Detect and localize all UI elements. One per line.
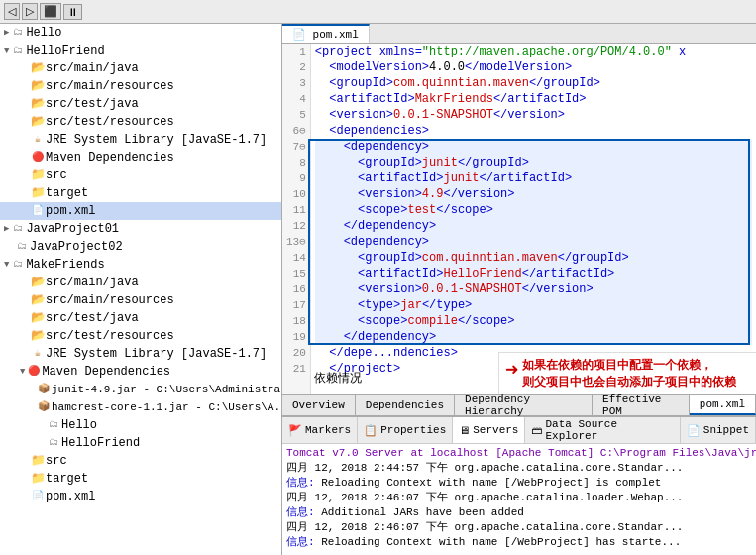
tree-label: hamcrest-core-1.1.jar - C:\Users\A...: [52, 399, 282, 415]
tree-label: src/main/resources: [46, 292, 174, 308]
file-tab-pomxml[interactable]: 📄 pom.xml: [282, 24, 370, 43]
src-folder-icon: 📂: [30, 328, 46, 344]
project-icon: 🗂: [10, 43, 26, 58]
code-line-7: <dependency>: [315, 139, 752, 155]
tree-label: pom.xml: [46, 489, 95, 504]
code-line-17: <type>jar</type>: [315, 297, 752, 313]
tree-item-mf-src-test-res[interactable]: 📂 src/test/resources: [0, 327, 281, 345]
tab-pom-xml[interactable]: pom.xml: [690, 395, 756, 415]
editor-tabs: Overview Dependencies Dependency Hierarc…: [282, 394, 756, 416]
console-content[interactable]: Tomcat v7.0 Server at localhost [Apache …: [282, 444, 756, 555]
arrow-down-icon: ▼: [4, 43, 9, 58]
tree-label: src: [46, 167, 67, 183]
tree-item-hellofriend[interactable]: ▼ 🗂 HelloFriend: [0, 42, 281, 59]
xml-icon: 📄: [30, 489, 46, 504]
tree-label: src/test/resources: [46, 114, 174, 130]
tree-item-hf-jre[interactable]: ☕ JRE System Library [JavaSE-1.7]: [0, 131, 281, 149]
markers-label: Markers: [305, 424, 351, 436]
tree-item-mf-src-main-res[interactable]: 📂 src/main/resources: [0, 291, 281, 309]
tree-item-hf-src[interactable]: 📁 src: [0, 166, 281, 184]
tree-item-mf-hello-ref[interactable]: 🗂 Hello: [0, 416, 281, 434]
maven-icon: 🔴: [30, 150, 46, 166]
annotation-arrow: ➜: [505, 361, 518, 383]
markers-icon: 🚩: [288, 424, 302, 437]
tree-label: src/test/java: [46, 310, 139, 326]
toolbar-btn-4[interactable]: ⏸: [63, 4, 82, 20]
tree-label: Hello: [26, 25, 61, 41]
tree-item-mf-src[interactable]: 📁 src: [0, 452, 281, 470]
tree-item-mf-jre[interactable]: ☕ JRE System Library [JavaSE-1.7]: [0, 345, 281, 363]
code-line-14: <groupId>com.quinntian.maven</groupId>: [315, 250, 752, 266]
tree-item-hf-src-test-res[interactable]: 📂 src/test/resources: [0, 113, 281, 131]
code-line-6: <dependencies>: [315, 123, 752, 139]
right-panel: 📄 pom.xml 1 2 3 4 5 6⊖ 7⊖ 8 9 10 11 12 1…: [282, 24, 756, 555]
tab-overview[interactable]: Overview: [282, 395, 356, 415]
jre-icon: ☕: [30, 132, 46, 148]
tree-label: src/test/java: [46, 96, 139, 112]
tree-item-hf-src-main-res[interactable]: 📂 src/main/resources: [0, 77, 281, 95]
snippets-label: Snippet: [703, 424, 749, 436]
code-content[interactable]: <project xmlns="http://maven.apache.org/…: [311, 44, 756, 394]
main-layout: ▶ 🗂 Hello ▼ 🗂 HelloFriend 📂 src/main/jav…: [0, 24, 756, 555]
tree-item-hf-src-main-java[interactable]: 📂 src/main/java: [0, 59, 281, 77]
tab-properties[interactable]: 📋 Properties: [358, 417, 453, 443]
datasource-icon: 🗃: [531, 424, 542, 437]
tree-item-makefriends[interactable]: ▼ 🗂 MakeFriends: [0, 256, 281, 274]
tree-label: JRE System Library [JavaSE-1.7]: [46, 132, 267, 148]
tab-datasource[interactable]: 🗃 Data Source Explorer: [525, 417, 680, 443]
tree-item-hf-maven[interactable]: 🔴 Maven Dependencies: [0, 149, 281, 166]
code-line-3: <groupId>com.quinntian.maven</groupId>: [315, 75, 752, 91]
tree-item-hello[interactable]: ▶ 🗂 Hello: [0, 24, 281, 42]
tab-servers[interactable]: 🖥 Servers: [453, 417, 525, 443]
server-line: Tomcat v7.0 Server at localhost [Apache …: [286, 446, 752, 461]
toolbar-btn-3[interactable]: ⬛: [40, 3, 61, 20]
tree-label: Maven Dependencies: [46, 150, 174, 166]
dep-label: 依赖情况: [314, 370, 362, 387]
project-icon: 🗂: [10, 257, 26, 273]
annotation-text2: 则父项目中也会自动添加子项目中的依赖: [522, 374, 736, 390]
tree-item-mf-target[interactable]: 📁 target: [0, 470, 281, 488]
console-line-5: 四月 12, 2018 2:46:07 下午 org.apache.catali…: [286, 520, 752, 535]
tree-item-mf-junit[interactable]: 📦 junit-4.9.jar - C:\Users\Administrat..…: [0, 381, 281, 398]
tab-dependencies[interactable]: Dependencies: [356, 395, 455, 415]
code-editor[interactable]: 1 2 3 4 5 6⊖ 7⊖ 8 9 10 11 12 13⊖ 14 15 1…: [282, 44, 756, 394]
tree-label: src/main/java: [46, 275, 139, 290]
tree-item-hf-src-test-java[interactable]: 📂 src/test/java: [0, 95, 281, 113]
jar-icon: 📦: [36, 382, 52, 397]
src-folder-icon: 📂: [30, 275, 46, 290]
tree-item-javaproject01[interactable]: ▶ 🗂 JavaProject01: [0, 220, 281, 238]
annotation-text1: 如果在依赖的项目中配置一个依赖，: [522, 357, 736, 374]
toolbar-btn-1[interactable]: ◁: [4, 3, 20, 20]
tree-label: MakeFriends: [26, 257, 104, 273]
tree-label: src/main/resources: [46, 78, 174, 94]
file-tab-bar: 📄 pom.xml: [282, 24, 756, 44]
code-line-4: <artifactId>MakrFriends</artifactId>: [315, 91, 752, 107]
src-folder-icon: 📂: [30, 78, 46, 94]
tree-item-mf-hellofriend-ref[interactable]: 🗂 HelloFriend: [0, 434, 281, 452]
tree-item-hf-pom[interactable]: 📄 pom.xml: [0, 202, 281, 220]
project-icon: 🗂: [10, 25, 26, 41]
folder-icon: 📁: [30, 167, 46, 183]
tree-item-hf-target[interactable]: 📁 target: [0, 184, 281, 202]
tree-item-javaproject02[interactable]: 🗂 JavaProject02: [0, 238, 281, 256]
tab-effective-pom[interactable]: Effective POM: [593, 395, 690, 415]
toolbar-btn-2[interactable]: ▷: [22, 3, 38, 20]
tree-item-mf-src-test-java[interactable]: 📂 src/test/java: [0, 309, 281, 327]
project-ref-icon: 🗂: [46, 435, 61, 451]
tree-item-mf-pom[interactable]: 📄 pom.xml: [0, 488, 281, 505]
tree-label: Maven Dependencies: [42, 364, 170, 380]
tree-item-mf-maven[interactable]: ▼ 🔴 Maven Dependencies: [0, 363, 281, 381]
console-line-2: 信息: Reloading Context with name [/WebPro…: [286, 476, 752, 491]
tree-label: target: [46, 471, 88, 487]
tab-markers[interactable]: 🚩 Markers: [282, 417, 358, 443]
servers-icon: 🖥: [459, 424, 470, 437]
bottom-tab-row: 🚩 Markers 📋 Properties 🖥 Servers 🗃 Data …: [282, 417, 756, 444]
tab-dep-hierarchy[interactable]: Dependency Hierarchy: [455, 395, 593, 415]
tree-item-mf-src-main-java[interactable]: 📂 src/main/java: [0, 274, 281, 291]
tree-label: src/main/java: [46, 60, 139, 76]
tree-item-mf-hamcrest[interactable]: 📦 hamcrest-core-1.1.jar - C:\Users\A...: [0, 398, 281, 416]
tab-snippets[interactable]: 📄 Snippet: [681, 417, 756, 443]
properties-icon: 📋: [364, 424, 378, 437]
tree-label: pom.xml: [46, 203, 95, 219]
tree-label: src: [46, 453, 67, 469]
